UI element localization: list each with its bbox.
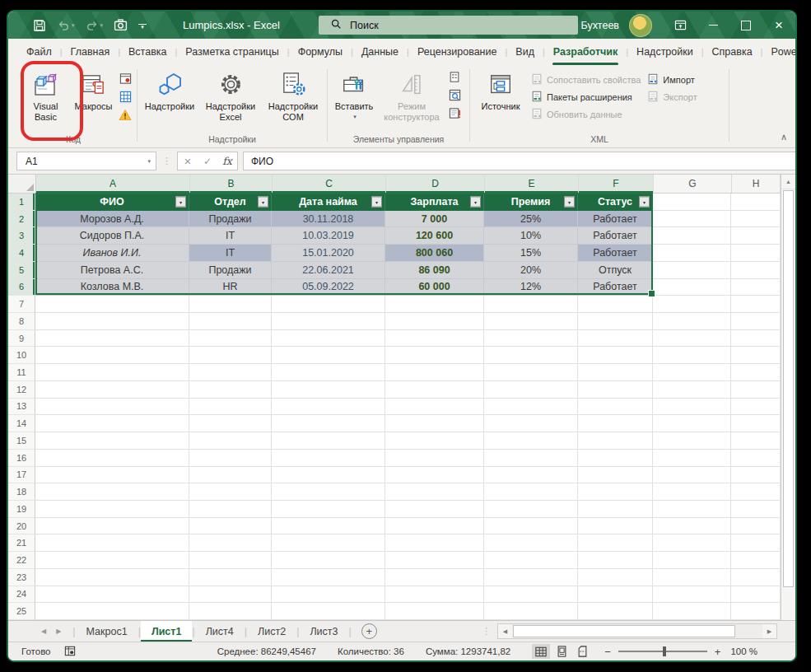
cell-B9[interactable] (189, 330, 272, 348)
cell-H23[interactable] (731, 569, 781, 586)
cell-G14[interactable] (653, 415, 731, 432)
row-header-23[interactable]: 23 (8, 569, 35, 586)
cell-E17[interactable] (484, 467, 578, 484)
row-header-4[interactable]: 4 (8, 245, 35, 262)
cell-G13[interactable] (653, 399, 731, 416)
cell-A12[interactable] (35, 381, 189, 399)
cell-F8[interactable] (578, 313, 653, 330)
column-header-D[interactable]: D (386, 175, 485, 193)
cell-F20[interactable] (578, 518, 653, 535)
cell-H18[interactable] (731, 483, 781, 501)
cell-D15[interactable] (385, 432, 484, 450)
cell-D25[interactable] (385, 603, 484, 620)
cell-D12[interactable] (385, 381, 484, 399)
cell-A23[interactable] (35, 569, 189, 586)
scrollbar-grip-icon[interactable]: ⋮ (482, 626, 491, 637)
cell-A3[interactable]: Сидоров П.А. (35, 227, 189, 245)
cell-C12[interactable] (272, 381, 385, 399)
cell-E2[interactable]: 25% (484, 211, 578, 228)
cell-E3[interactable]: 10% (484, 227, 578, 245)
filter-dropdown-icon[interactable]: ▾ (639, 196, 650, 207)
horizontal-scroll-thumb[interactable] (513, 625, 735, 637)
ribbon-display-options-icon[interactable] (664, 12, 697, 39)
cell-E14[interactable] (484, 415, 578, 432)
row-header-2[interactable]: 2 (8, 211, 35, 228)
sheet-tab-4[interactable]: Лист2 (247, 621, 296, 642)
cell-H21[interactable] (731, 534, 781, 552)
fill-handle[interactable] (648, 290, 655, 297)
cell-F10[interactable] (578, 347, 653, 364)
cell-A24[interactable] (35, 586, 189, 604)
sheet-tab-2[interactable]: Лист1 (141, 621, 192, 642)
search-input[interactable]: Поиск (319, 16, 578, 35)
cell-F22[interactable] (578, 552, 653, 569)
cell-B13[interactable] (189, 399, 272, 416)
cell-A16[interactable] (35, 450, 189, 467)
cell-C15[interactable] (272, 432, 385, 450)
cell-G2[interactable] (653, 211, 731, 228)
cell-H19[interactable] (731, 501, 781, 518)
sheet-tab-5[interactable]: Лист3 (299, 621, 348, 642)
cell-E9[interactable] (484, 330, 578, 348)
cell-E1[interactable]: Премия▾ (484, 194, 578, 211)
cell-G20[interactable] (653, 518, 731, 535)
column-header-H[interactable]: H (732, 175, 781, 193)
cell-A7[interactable] (35, 296, 189, 313)
row-header-7[interactable]: 7 (8, 296, 35, 313)
cell-A9[interactable] (35, 330, 189, 348)
scroll-up-icon[interactable]: ▲ (781, 175, 795, 189)
row-header-17[interactable]: 17 (8, 467, 35, 484)
cell-F19[interactable] (578, 501, 653, 518)
cell-B11[interactable] (189, 364, 272, 381)
cell-H10[interactable] (731, 347, 781, 364)
cell-B16[interactable] (189, 450, 272, 467)
cell-D17[interactable] (385, 467, 484, 484)
formula-input[interactable]: ФИО (243, 152, 795, 170)
cell-A14[interactable] (35, 415, 189, 432)
column-header-C[interactable]: C (273, 175, 386, 193)
cell-A6[interactable]: Козлова М.В. (35, 279, 189, 296)
visual-basic-button[interactable]: Visual Basic (21, 67, 70, 123)
row-header-13[interactable]: 13 (8, 399, 35, 416)
cell-A13[interactable] (35, 399, 189, 416)
scroll-left-icon[interactable]: ◀ (498, 624, 512, 638)
macro-record-status-icon[interactable] (64, 646, 76, 658)
column-header-F[interactable]: F (579, 175, 654, 193)
cell-B8[interactable] (189, 313, 272, 330)
cell-G17[interactable] (653, 467, 731, 484)
filter-dropdown-icon[interactable]: ▾ (564, 196, 575, 207)
sheet-tab-3[interactable]: Лист4 (195, 621, 245, 642)
relative-references-icon[interactable] (119, 90, 132, 103)
cell-C1[interactable]: Дата найма▾ (272, 194, 385, 211)
row-header-19[interactable]: 19 (8, 501, 35, 518)
select-all-corner[interactable] (8, 175, 36, 193)
cell-C22[interactable] (272, 552, 385, 569)
cell-D1[interactable]: Зарплата▾ (385, 194, 484, 211)
cell-D11[interactable] (385, 364, 484, 381)
ribbon-tab-insert[interactable]: Вставка (120, 39, 175, 65)
cell-A15[interactable] (35, 432, 189, 450)
cell-H14[interactable] (731, 415, 781, 432)
cell-F7[interactable] (578, 296, 653, 313)
insert-control-button[interactable]: Вставить ▾ (331, 67, 377, 119)
cell-E16[interactable] (484, 450, 578, 467)
customize-qat-icon[interactable]: ▾ (138, 24, 147, 27)
cell-F2[interactable]: Работает (578, 211, 653, 228)
cell-C25[interactable] (272, 603, 385, 620)
prev-sheet-icon[interactable]: ◀ (41, 628, 46, 635)
cell-G18[interactable] (653, 483, 731, 501)
cell-C23[interactable] (272, 569, 385, 586)
cell-H17[interactable] (731, 467, 781, 484)
cell-F13[interactable] (578, 399, 653, 416)
row-header-21[interactable]: 21 (8, 534, 35, 552)
ribbon-tab-developer[interactable]: Разработчик (545, 39, 626, 65)
row-header-14[interactable]: 14 (8, 415, 35, 432)
cell-D23[interactable] (385, 569, 484, 586)
cell-F24[interactable] (578, 586, 653, 604)
cell-E10[interactable] (484, 347, 578, 364)
cell-G19[interactable] (653, 501, 731, 518)
cell-F5[interactable]: Отпуск (578, 262, 653, 279)
ribbon-tab-home[interactable]: Главная (63, 39, 119, 65)
row-header-15[interactable]: 15 (8, 432, 35, 450)
cell-C17[interactable] (272, 467, 385, 484)
